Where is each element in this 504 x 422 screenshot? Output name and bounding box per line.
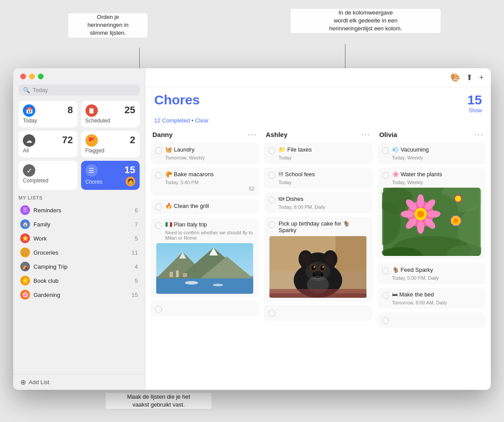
list-count-big: 15 — [467, 93, 482, 107]
list-item-work[interactable]: ⭐ Work 5 — [19, 231, 140, 245]
list-item-reminders[interactable]: ☰ Reminders 6 — [19, 203, 140, 217]
italy-checkbox[interactable] — [155, 222, 162, 229]
smart-list-chores[interactable]: ☰ 15 Chores 🧑 — [81, 161, 140, 190]
completed-bar: 12 Completed • Clear — [145, 117, 491, 128]
svg-point-20 — [301, 253, 310, 265]
share-icon[interactable]: ⬆ — [466, 73, 473, 82]
danny-empty-checkbox[interactable] — [155, 306, 162, 313]
minimize-button[interactable] — [29, 74, 35, 79]
bookclub-label: Book club — [33, 278, 59, 284]
svg-point-26 — [320, 265, 325, 270]
svg-point-28 — [322, 266, 324, 268]
list-item-groceries[interactable]: 🛒 Groceries 11 — [19, 245, 140, 259]
smart-list-scheduled[interactable]: 📋 25 Scheduled — [81, 101, 140, 127]
ashley-name: Ashley — [266, 131, 287, 138]
reminder-grill[interactable]: 🔥 Clean the grill — [151, 199, 259, 214]
bed-sub: Tomorrow, 8:00 AM, Daily — [392, 300, 481, 305]
list-item-gardening[interactable]: 🌸 Gardening 15 — [19, 288, 140, 302]
schoolfees-checkbox[interactable] — [268, 172, 275, 179]
laundry-sub: Tomorrow, Weekly — [165, 155, 254, 160]
reminder-taxes[interactable]: 📁 File taxes Today — [264, 143, 372, 164]
clear-link[interactable]: Clear — [195, 117, 209, 124]
annotation-top-left: Orden je herinneringen in slimme lijsten… — [68, 13, 148, 37]
vacuuming-text: 💨 Vacuuming — [392, 146, 481, 153]
close-button[interactable] — [20, 74, 26, 79]
svg-point-30 — [315, 271, 322, 276]
fullscreen-button[interactable] — [38, 74, 44, 79]
column-ashley: Ashley ··· 📁 File taxes Today !!! School — [264, 128, 372, 390]
reminder-vacuuming[interactable]: 💨 Vacuuming Today, Weekly — [378, 143, 485, 164]
danny-more-icon[interactable]: ··· — [248, 130, 257, 139]
reminder-laundry[interactable]: 🧺 Laundry Tomorrow, Weekly — [151, 143, 259, 164]
italy-sub: Need to confirm whether we should fly to… — [165, 230, 254, 241]
list-header: Chores 15 Show — [145, 87, 491, 117]
macarons-checkbox[interactable] — [155, 172, 162, 179]
reminder-cake[interactable]: Pick up birthday cake for 🐐 Sparky — [264, 217, 372, 301]
scheduled-icon: 📋 — [85, 104, 98, 117]
ashley-empty-checkbox[interactable] — [268, 310, 275, 317]
svg-point-68 — [455, 196, 461, 202]
cake-checkbox[interactable] — [268, 221, 275, 228]
olivia-more-icon[interactable]: ··· — [474, 130, 484, 139]
svg-rect-8 — [170, 272, 173, 277]
svg-rect-9 — [176, 270, 179, 277]
list-item-camping[interactable]: ⛺ Camping Trip 4 — [19, 259, 140, 274]
laundry-checkbox[interactable] — [155, 147, 162, 154]
smart-list-flagged[interactable]: 🚩 2 Flagged — [81, 131, 140, 157]
groceries-icon: 🛒 — [20, 248, 30, 257]
scheduled-count: 25 — [125, 104, 135, 116]
add-list-button[interactable]: ⊕ Add List — [13, 374, 145, 390]
all-count: 72 — [62, 134, 73, 146]
italy-text: 🇮🇹 Plan Italy trip — [165, 221, 254, 228]
list-item-family[interactable]: 🏠 Family 7 — [19, 217, 140, 231]
reminder-plants[interactable]: 🌸 Water the plants Today, Weekly — [378, 167, 485, 259]
chores-label: Chores — [85, 179, 103, 185]
smart-list-today[interactable]: 📅 8 Today — [19, 101, 78, 127]
add-icon[interactable]: + — [479, 73, 484, 82]
bed-checkbox[interactable] — [382, 292, 389, 299]
list-item-bookclub[interactable]: ⭐ Book club 5 — [19, 274, 140, 288]
svg-rect-10 — [183, 273, 187, 277]
search-icon: 🔍 — [23, 87, 30, 93]
cake-photo — [268, 236, 367, 298]
gardening-count: 15 — [132, 292, 138, 298]
reminder-italy[interactable]: 🇮🇹 Plan Italy trip Need to confirm wheth… — [151, 218, 259, 297]
appearance-icon[interactable]: 🎨 — [450, 73, 460, 82]
reminders-count: 6 — [135, 207, 138, 214]
olivia-empty-checkbox[interactable] — [382, 317, 389, 324]
reminder-dishes[interactable]: 🍽 Dishes Today, 8:00 PM, Daily — [264, 192, 372, 213]
olivia-name: Olivia — [379, 131, 397, 138]
reminder-schoolfees[interactable]: !!! School fees Today — [264, 167, 372, 189]
scheduled-label: Scheduled — [85, 118, 136, 124]
plants-checkbox[interactable] — [382, 172, 389, 179]
completed-icon: ✓ — [23, 164, 35, 177]
reminder-sparky[interactable]: 🐐 Feed Sparky Today, 5:00 PM, Daily — [378, 263, 485, 284]
flagged-icon: 🚩 — [85, 134, 98, 147]
smart-list-all[interactable]: ☁ 72 All — [19, 131, 78, 157]
bookclub-icon: ⭐ — [20, 276, 30, 285]
bookclub-count: 5 — [135, 278, 138, 284]
taxes-checkbox[interactable] — [268, 147, 275, 154]
gardening-icon: 🌸 — [20, 290, 30, 300]
reminder-bed[interactable]: 🛏 Make the bed Tomorrow, 8:00 AM, Daily — [378, 288, 485, 309]
italy-photo — [155, 243, 254, 294]
danny-name: Danny — [152, 131, 173, 138]
work-count: 5 — [135, 235, 138, 242]
reminder-macarons[interactable]: 🥐 Bake macarons Today, 5:40 PM 52 — [151, 167, 259, 196]
search-placeholder: Today — [33, 87, 48, 93]
plants-sub: Today, Weekly — [392, 180, 481, 185]
ashley-more-icon[interactable]: ··· — [361, 130, 371, 139]
show-link[interactable]: Show — [467, 107, 482, 114]
vacuuming-checkbox[interactable] — [382, 147, 389, 154]
dishes-checkbox[interactable] — [268, 196, 275, 204]
smart-list-completed[interactable]: ✓ Completed — [19, 161, 78, 190]
family-count: 7 — [135, 221, 138, 228]
sparky-checkbox[interactable] — [382, 267, 389, 274]
all-label: All — [23, 148, 73, 154]
svg-point-11 — [185, 281, 198, 285]
search-bar[interactable]: 🔍 Today — [19, 85, 140, 96]
groceries-count: 11 — [132, 249, 138, 256]
annotation-top-right: In de kolomweergave wordt elk gedeelte i… — [291, 9, 441, 33]
svg-point-48 — [400, 211, 414, 218]
grill-checkbox[interactable] — [155, 204, 162, 211]
